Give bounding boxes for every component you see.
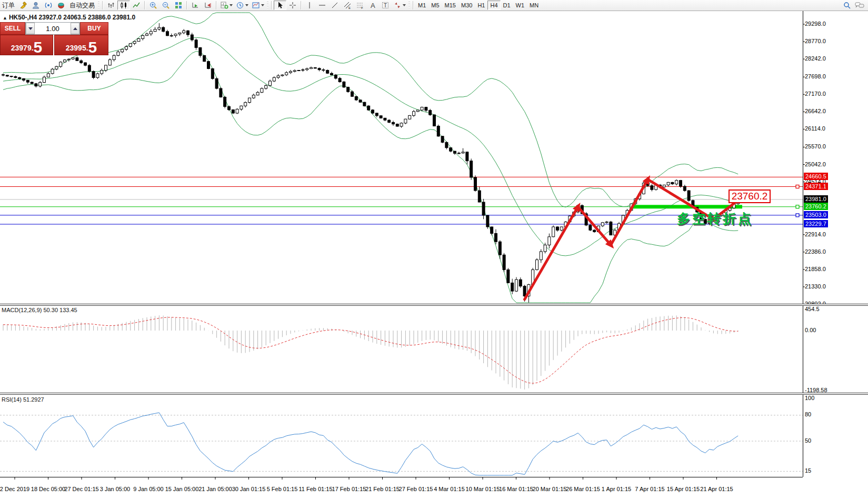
volume-decrease-button[interactable] <box>26 23 35 34</box>
timeframe-button-m5[interactable]: M5 <box>428 1 442 10</box>
equidistant-channel-icon[interactable]: E <box>341 1 354 10</box>
vertical-line-icon[interactable] <box>303 1 316 10</box>
periods-icon[interactable] <box>234 1 250 10</box>
sell-button[interactable]: SELL <box>0 22 25 35</box>
auto-trading-icon[interactable] <box>55 1 67 10</box>
zoom-out-icon[interactable] <box>159 1 172 10</box>
timeframe-button-d1[interactable]: D1 <box>501 1 513 10</box>
fibonacci-icon[interactable]: F <box>354 1 366 10</box>
svg-text:F: F <box>361 6 363 9</box>
chart-shift-icon[interactable] <box>202 1 214 10</box>
timeframe-button-h4[interactable]: H4 <box>487 1 500 10</box>
orders-label[interactable]: 订单 <box>0 1 17 10</box>
text-label-icon[interactable]: T <box>379 1 392 10</box>
chat-icon[interactable] <box>853 1 866 10</box>
new-chart-icon[interactable] <box>218 1 234 10</box>
line-chart-icon[interactable] <box>130 1 143 10</box>
auto-trading-label[interactable]: 自动交易 <box>67 1 97 10</box>
signal-icon[interactable] <box>42 1 55 10</box>
buy-price-display[interactable]: 23995.5 <box>54 35 108 55</box>
search-icon[interactable] <box>841 1 853 10</box>
crosshair-icon[interactable] <box>286 1 299 10</box>
pane-separator-rsi[interactable] <box>0 393 868 395</box>
tile-windows-icon[interactable] <box>172 1 185 10</box>
timeframe-button-m30[interactable]: M30 <box>458 1 475 10</box>
horizontal-line-icon[interactable] <box>316 1 328 10</box>
volume-input[interactable]: 1.00 <box>35 25 71 33</box>
cursor-icon[interactable] <box>274 1 286 10</box>
text-icon[interactable]: A <box>366 1 379 10</box>
zoom-in-icon[interactable] <box>147 1 159 10</box>
rsi-indicator-label: RSI(14) 51.2927 <box>2 396 44 403</box>
svg-text:A: A <box>371 2 375 9</box>
buy-button[interactable]: BUY <box>80 22 108 35</box>
one-click-trading-panel: SELL 1.00 BUY 23979.5 23995.5 <box>0 22 108 55</box>
turning-point-annotation[interactable]: 多空转折点 <box>677 210 753 227</box>
main-toolbar: 订单 自动交易 <box>0 0 868 11</box>
macd-indicator-label: MACD(12,26,9) 50.30 133.45 <box>2 307 77 313</box>
volume-box: 1.00 <box>25 22 80 35</box>
candlestick-chart-icon[interactable] <box>117 1 130 10</box>
new-order-icon[interactable] <box>17 1 29 10</box>
chart-ohlc-header: ▲HK50-,H4 23927.0 24063.5 23886.0 23981.… <box>3 14 135 21</box>
timeframe-button-mn[interactable]: MN <box>527 1 541 10</box>
pane-separator-macd[interactable] <box>0 304 868 306</box>
symbol-arrow-icon: ▲ <box>3 15 7 21</box>
profile-icon[interactable] <box>29 1 42 10</box>
timeframe-button-m15[interactable]: M15 <box>442 1 458 10</box>
arrows-icon[interactable] <box>392 1 407 10</box>
svg-text:T: T <box>384 3 387 8</box>
templates-icon[interactable] <box>250 1 266 10</box>
chart-canvas[interactable] <box>0 0 868 499</box>
timeframe-button-w1[interactable]: W1 <box>513 1 527 10</box>
trading-platform-window: 订单 自动交易 <box>0 0 868 499</box>
support-price-callout[interactable]: 23760.2 <box>729 189 771 203</box>
sell-price-display[interactable]: 23979.5 <box>0 35 53 55</box>
trendline-icon[interactable] <box>328 1 341 10</box>
timeframe-button-m1[interactable]: M1 <box>415 1 428 10</box>
timeframe-group: M1M5M15M30H1H4D1W1MN <box>415 0 541 11</box>
timeframe-button-h1[interactable]: H1 <box>475 1 487 10</box>
bar-chart-icon[interactable] <box>105 1 117 10</box>
auto-scroll-icon[interactable] <box>189 1 202 10</box>
svg-text:E: E <box>348 6 351 9</box>
volume-increase-button[interactable] <box>71 23 79 34</box>
